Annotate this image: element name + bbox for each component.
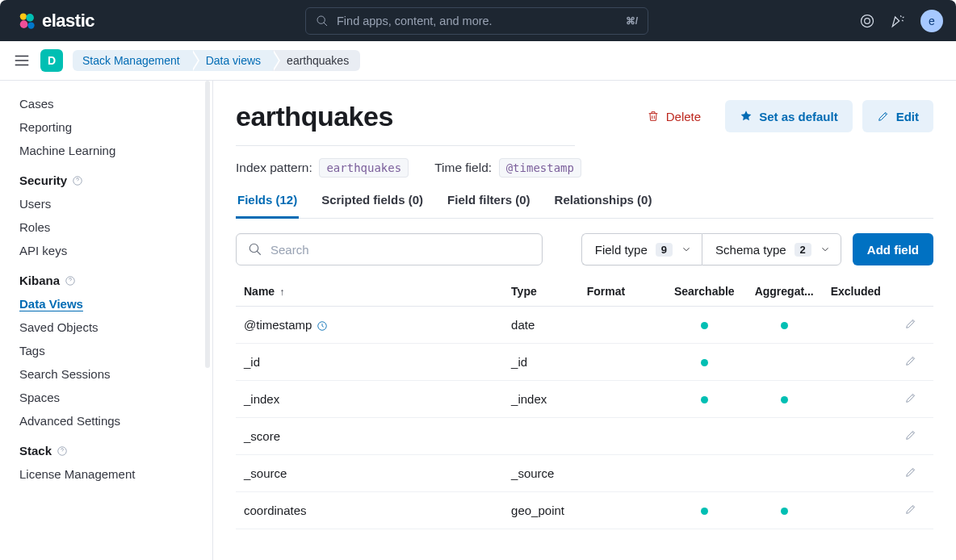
- pencil-icon[interactable]: [904, 466, 917, 479]
- delete-button[interactable]: Delete: [632, 100, 715, 132]
- section-kibana-label: Kibana: [19, 274, 60, 287]
- help-icon[interactable]: [57, 445, 68, 457]
- cell-name: @timestamp: [236, 307, 505, 344]
- crumb-current: earthquakes: [272, 50, 360, 71]
- tab-fields[interactable]: Fields (12): [236, 193, 299, 219]
- cell-name: _score: [236, 418, 505, 455]
- svg-point-14: [249, 244, 258, 253]
- nav-data-views[interactable]: Data Views: [19, 292, 212, 316]
- set-default-button[interactable]: Set as default: [725, 100, 853, 132]
- nav-license[interactable]: License Management: [19, 462, 212, 486]
- table-row: _source _source: [236, 455, 933, 492]
- time-label: Time field:: [434, 161, 492, 174]
- trash-icon: [647, 110, 660, 123]
- pencil-icon[interactable]: [904, 317, 917, 330]
- table-row: _index _index: [236, 381, 933, 418]
- section-security: Security: [19, 162, 212, 192]
- nav-cases[interactable]: Cases: [19, 92, 212, 115]
- cell-searchable: [665, 344, 744, 381]
- nav-search-sessions[interactable]: Search Sessions: [19, 362, 212, 386]
- field-search[interactable]: [236, 233, 543, 265]
- edit-button[interactable]: Edit: [862, 100, 933, 132]
- svg-point-3: [27, 22, 34, 28]
- field-type-filter[interactable]: Field type 9: [581, 233, 702, 265]
- table-row: _id _id: [236, 344, 933, 381]
- status-dot: [701, 322, 708, 329]
- sidebar-scrollbar[interactable]: [205, 81, 210, 368]
- crumb-stack-management[interactable]: Stack Management: [73, 50, 191, 71]
- star-icon: [740, 110, 753, 123]
- global-search[interactable]: ⌘/: [305, 7, 648, 35]
- cell-name: coordinates: [236, 492, 505, 529]
- menu-toggle-icon[interactable]: [13, 52, 31, 69]
- cell-searchable: [665, 381, 744, 418]
- cell-excluded: [824, 381, 891, 418]
- nav-reporting[interactable]: Reporting: [19, 115, 212, 139]
- nav-users[interactable]: Users: [19, 192, 212, 215]
- pencil-icon[interactable]: [904, 354, 917, 367]
- clock-icon: [317, 320, 328, 332]
- search-icon: [248, 242, 262, 257]
- user-avatar[interactable]: e: [920, 10, 943, 32]
- pencil-icon[interactable]: [904, 428, 917, 441]
- field-search-input[interactable]: [270, 243, 530, 257]
- tabs: Fields (12) Scripted fields (0) Field fi…: [236, 193, 933, 219]
- pattern-label: Index pattern:: [236, 161, 312, 174]
- col-aggregatable[interactable]: Aggregat...: [744, 278, 824, 307]
- nav-ml[interactable]: Machine Learning: [19, 139, 212, 162]
- cell-aggregatable: [744, 344, 824, 381]
- schema-type-filter[interactable]: Schema type 2: [702, 233, 841, 265]
- add-field-label: Add field: [867, 243, 919, 257]
- nav-advanced-settings[interactable]: Advanced Settings: [19, 409, 212, 433]
- table-row: _score: [236, 418, 933, 455]
- col-name[interactable]: Name↑: [236, 278, 505, 307]
- svg-point-2: [20, 20, 28, 28]
- nav-spaces[interactable]: Spaces: [19, 386, 212, 409]
- delete-label: Delete: [666, 110, 701, 123]
- cell-format: [581, 381, 665, 418]
- cell-name: _index: [236, 381, 505, 418]
- global-search-input[interactable]: [337, 15, 618, 27]
- sort-asc-icon: ↑: [279, 286, 284, 298]
- help-icon[interactable]: [72, 175, 83, 186]
- pencil-icon[interactable]: [904, 391, 917, 404]
- crumb-data-views[interactable]: Data views: [191, 50, 272, 71]
- col-searchable[interactable]: Searchable: [665, 278, 744, 307]
- field-type-count: 9: [656, 243, 673, 257]
- status-dot: [701, 359, 708, 366]
- cell-name: _id: [236, 344, 505, 381]
- nav-saved-objects[interactable]: Saved Objects: [19, 316, 212, 339]
- edit-label: Edit: [896, 110, 919, 123]
- cell-format: [581, 307, 665, 344]
- donut-icon[interactable]: [859, 13, 875, 29]
- nav-tags[interactable]: Tags: [19, 339, 212, 362]
- tab-filters[interactable]: Field filters (0): [446, 193, 532, 218]
- col-excluded[interactable]: Excluded: [824, 278, 891, 307]
- nav-api-keys[interactable]: API keys: [19, 239, 212, 262]
- topbar: elastic ⌘/ e: [0, 0, 956, 41]
- cell-searchable: [665, 455, 744, 492]
- col-type[interactable]: Type: [505, 278, 581, 307]
- add-field-button[interactable]: Add field: [853, 233, 933, 265]
- search-shortcut: ⌘/: [626, 15, 638, 27]
- cheer-icon[interactable]: [890, 13, 906, 29]
- pencil-icon: [877, 110, 890, 123]
- sidebar: Cases Reporting Machine Learning Securit…: [0, 81, 213, 560]
- space-badge[interactable]: D: [40, 49, 63, 72]
- cell-searchable: [665, 307, 744, 344]
- svg-line-5: [324, 23, 327, 26]
- brand-logo[interactable]: elastic: [18, 10, 94, 31]
- nav-roles[interactable]: Roles: [19, 215, 212, 239]
- pencil-icon[interactable]: [904, 503, 917, 516]
- section-stack: Stack: [19, 433, 212, 462]
- col-format[interactable]: Format: [581, 278, 665, 307]
- search-icon: [316, 15, 329, 27]
- tab-scripted[interactable]: Scripted fields (0): [320, 193, 425, 218]
- help-icon[interactable]: [65, 275, 76, 286]
- elastic-logo-icon: [18, 12, 36, 30]
- cell-format: [581, 344, 665, 381]
- cell-type: _source: [505, 455, 581, 492]
- breadcrumbs: Stack Management Data views earthquakes: [73, 50, 360, 71]
- cell-type: [505, 418, 581, 455]
- tab-relationships[interactable]: Relationships (0): [553, 193, 654, 218]
